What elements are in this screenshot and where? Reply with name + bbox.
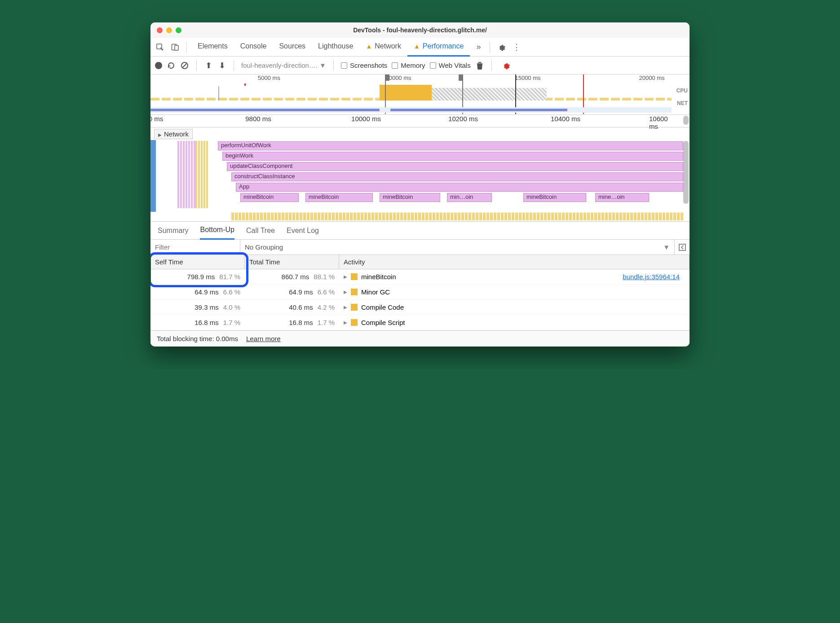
col-self-time[interactable]: Self Time: [150, 255, 245, 269]
tab-console[interactable]: Console: [234, 38, 273, 57]
overview-strip[interactable]: 5000 ms 10000 ms 15000 ms 20000 ms CPU: [150, 75, 690, 115]
overview-cpu-graph: [150, 83, 672, 101]
table-row[interactable]: 39.3 ms4.0 %40.6 ms4.2 %▶Compile Code: [150, 300, 690, 315]
overflow-tabs-icon[interactable]: »: [472, 40, 485, 54]
bottom-up-table: Self Time Total Time Activity 798.9 ms81…: [150, 255, 690, 330]
device-toggle-icon[interactable]: [168, 40, 182, 54]
separator: [333, 60, 334, 71]
scripting-color-swatch-icon: [351, 273, 358, 280]
subtab-bottom-up[interactable]: Bottom-Up: [200, 222, 234, 240]
flame-bar[interactable]: min…oin: [447, 193, 492, 202]
tab-lighthouse[interactable]: Lighthouse: [312, 38, 359, 57]
svg-rect-2: [175, 45, 178, 50]
warning-icon: ▲: [414, 43, 420, 50]
svg-rect-4: [679, 244, 685, 250]
filter-input[interactable]: [150, 240, 240, 254]
subtab-summary[interactable]: Summary: [158, 227, 188, 235]
activity-name: Minor GC: [361, 288, 390, 296]
flame-bar[interactable]: mineBitcoin: [240, 193, 299, 202]
source-link[interactable]: bundle.js:35964:14: [623, 273, 685, 281]
expand-icon[interactable]: ▶: [344, 290, 347, 294]
upload-icon[interactable]: ⬆: [204, 59, 213, 72]
tab-performance[interactable]: ▲Performance: [407, 38, 470, 57]
performance-toolbar: ⬆ ⬇ foul-heavenly-direction….▼ Screensho…: [150, 57, 690, 75]
overview-net-graph: [150, 107, 672, 113]
expand-icon[interactable]: ▶: [344, 320, 347, 325]
expand-icon[interactable]: ▶: [344, 274, 347, 279]
memory-checkbox[interactable]: Memory: [392, 61, 425, 69]
warning-icon: ▲: [366, 43, 372, 50]
table-row[interactable]: 798.9 ms81.7 %860.7 ms88.1 %▶mineBitcoin…: [150, 269, 690, 285]
flame-bar[interactable]: performUnitOfWork: [218, 141, 683, 150]
separator: [186, 42, 187, 53]
flame-bar[interactable]: mineBitcoin: [380, 193, 440, 202]
activity-name: Compile Code: [361, 303, 404, 311]
tab-sources[interactable]: Sources: [273, 38, 312, 57]
col-total-time[interactable]: Total Time: [245, 255, 339, 269]
separator: [234, 60, 234, 71]
total-blocking-time: Total blocking time: 0.00ms: [157, 335, 238, 342]
window-title: DevTools - foul-heavenly-direction.glitc…: [150, 26, 690, 34]
scripting-color-swatch-icon: [351, 289, 358, 295]
main-tab-strip: ElementsConsoleSourcesLighthouse▲Network…: [150, 38, 690, 57]
table-row[interactable]: 64.9 ms6.6 %64.9 ms6.6 %▶Minor GC: [150, 285, 690, 300]
overview-axis-labels: CPU NET: [676, 84, 688, 110]
record-button[interactable]: [155, 62, 162, 69]
timeline-ruler[interactable]: 0 ms 9800 ms 10000 ms 10200 ms 10400 ms …: [150, 115, 690, 127]
profile-name: foul-heavenly-direction….: [241, 61, 318, 69]
inspect-icon[interactable]: [153, 40, 167, 54]
flame-bar[interactable]: App: [236, 183, 683, 192]
network-section-header[interactable]: Network: [154, 129, 193, 139]
flame-bar[interactable]: mine…oin: [595, 193, 649, 202]
learn-more-link[interactable]: Learn more: [246, 335, 281, 342]
download-icon[interactable]: ⬇: [217, 59, 226, 72]
separator: [490, 42, 490, 53]
status-footer: Total blocking time: 0.00ms Learn more: [150, 330, 690, 347]
devtools-window: DevTools - foul-heavenly-direction.glitc…: [150, 22, 690, 347]
flame-micro-ticks: [231, 212, 683, 220]
flame-bar[interactable]: beginWork: [222, 152, 683, 161]
table-row[interactable]: 16.8 ms1.7 %16.8 ms1.7 %▶Compile Script: [150, 315, 690, 330]
flame-bar[interactable]: constructClassInstance: [231, 172, 683, 181]
kebab-menu-icon[interactable]: ⋮: [510, 40, 523, 54]
gear-icon[interactable]: [495, 40, 508, 54]
profile-selector[interactable]: foul-heavenly-direction….▼: [241, 61, 326, 69]
clear-icon[interactable]: [180, 59, 189, 72]
flame-bar[interactable]: mineBitcoin: [305, 193, 373, 202]
timeline-scrollbar[interactable]: [683, 115, 689, 127]
flame-scrollbar[interactable]: [683, 127, 689, 221]
grouping-dropdown[interactable]: No Grouping ▼: [240, 240, 674, 254]
details-tab-strip: SummaryBottom-UpCall TreeEvent Log: [150, 222, 690, 240]
activity-name: Compile Script: [361, 319, 405, 326]
trash-icon[interactable]: [475, 59, 484, 72]
reload-icon[interactable]: [167, 59, 176, 72]
flame-chart[interactable]: Network performUnitOfWork beginWork upda…: [150, 127, 690, 222]
activity-name: mineBitcoin: [361, 273, 396, 281]
flame-bar[interactable]: mineBitcoin: [523, 193, 586, 202]
flame-bar[interactable]: updateClassComponent: [227, 162, 683, 171]
scripting-color-swatch-icon: [351, 319, 358, 326]
titlebar: DevTools - foul-heavenly-direction.glitc…: [150, 22, 690, 38]
separator: [196, 60, 197, 71]
capture-settings-gear-icon[interactable]: [499, 59, 513, 72]
table-header: Self Time Total Time Activity: [150, 255, 690, 269]
webvitals-checkbox[interactable]: Web Vitals: [430, 61, 471, 69]
col-activity[interactable]: Activity: [339, 255, 690, 269]
subtab-event-log[interactable]: Event Log: [287, 227, 319, 235]
tab-elements[interactable]: Elements: [191, 38, 234, 57]
heaviest-stack-toggle-icon[interactable]: [674, 240, 690, 254]
subtab-call-tree[interactable]: Call Tree: [246, 227, 275, 235]
filter-row: No Grouping ▼: [150, 240, 690, 255]
separator: [491, 60, 492, 71]
tab-network[interactable]: ▲Network: [359, 38, 407, 57]
scripting-color-swatch-icon: [351, 304, 358, 311]
expand-icon[interactable]: ▶: [344, 305, 347, 310]
screenshots-checkbox[interactable]: Screenshots: [341, 61, 387, 69]
